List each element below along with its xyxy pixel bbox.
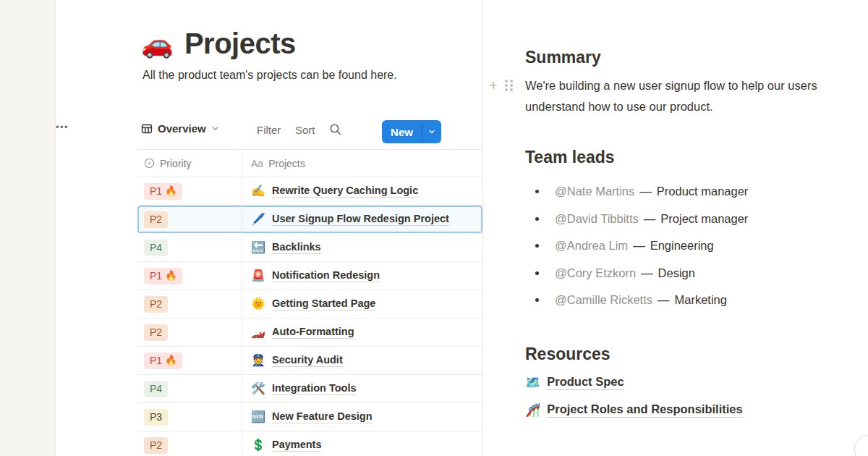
- column-header-priority-label: Priority: [160, 158, 192, 169]
- project-page-link[interactable]: Security Audit: [272, 354, 343, 367]
- fire-emoji: 🔥: [165, 184, 176, 198]
- priority-cell[interactable]: P3: [137, 403, 242, 431]
- priority-badge: P1 🔥: [144, 268, 182, 284]
- resource-link[interactable]: 🎢 Project Roles and Responsibilities: [525, 402, 743, 418]
- priority-cell[interactable]: P2: [137, 290, 242, 318]
- app-sidebar[interactable]: [0, 0, 56, 456]
- page-title[interactable]: 🚗 Projects: [141, 28, 296, 60]
- title-property-icon: Aa: [251, 158, 263, 169]
- team-leads-list: @Nate Martins — Product manager @David T…: [525, 178, 748, 314]
- priority-cell[interactable]: P1 🔥: [137, 347, 242, 374]
- new-button-dropdown[interactable]: [422, 120, 441, 143]
- sort-button[interactable]: Sort: [295, 124, 315, 136]
- project-cell[interactable]: 🖊️ User Signup Flow Redesign Project: [242, 206, 482, 233]
- table-row[interactable]: P3 🆕 New Feature Design: [137, 403, 482, 431]
- project-cell[interactable]: 🛠️ Integration Tools: [242, 375, 482, 402]
- priority-cell[interactable]: P4: [137, 375, 242, 402]
- person-mention[interactable]: @Andrea Lim: [555, 239, 628, 253]
- chevron-down-icon: [211, 124, 219, 132]
- summary-paragraph: We're building a new user signup flow to…: [525, 75, 868, 117]
- project-page-link[interactable]: Backlinks: [272, 241, 321, 254]
- person-mention[interactable]: @Camille Ricketts: [555, 293, 652, 307]
- project-page-icon: 👮: [251, 355, 265, 366]
- priority-cell[interactable]: P2: [137, 206, 242, 233]
- person-mention[interactable]: @Cory Etzkorn: [555, 266, 636, 280]
- project-page-link[interactable]: Integration Tools: [272, 382, 357, 395]
- priority-badge: P3: [144, 409, 168, 426]
- fire-emoji: 🔥: [165, 353, 176, 368]
- table-row[interactable]: P2 💲 Payments: [137, 431, 482, 456]
- resource-page-link[interactable]: Project Roles and Responsibilities: [547, 402, 743, 418]
- resource-page-link[interactable]: Product Spec: [547, 375, 624, 390]
- priority-cell[interactable]: P2: [137, 318, 242, 346]
- drag-handle-icon[interactable]: [505, 80, 513, 91]
- resources-heading: Resources: [525, 345, 610, 364]
- table-row[interactable]: P4 🔙 Backlinks: [137, 234, 482, 262]
- project-page-link[interactable]: Payments: [272, 439, 322, 452]
- view-tab-label: Overview: [158, 122, 206, 135]
- more-options-button[interactable]: •••: [56, 122, 69, 132]
- filter-button[interactable]: Filter: [257, 124, 281, 136]
- project-cell[interactable]: 🆕 New Feature Design: [242, 403, 482, 431]
- project-page-icon: 🖊️: [251, 214, 265, 225]
- priority-cell[interactable]: P2: [137, 431, 242, 456]
- project-page-link[interactable]: Rewrite Query Caching Logic: [272, 185, 418, 198]
- priority-cell[interactable]: P1 🔥: [137, 262, 242, 290]
- view-tab-overview[interactable]: Overview: [141, 122, 219, 135]
- page-title-text[interactable]: Projects: [184, 28, 296, 60]
- table-row[interactable]: P2 🌞 Getting Started Page: [137, 290, 482, 318]
- bullet-dot: [535, 244, 539, 248]
- table-row[interactable]: P2 🏎️ Auto-Formatting: [137, 318, 482, 347]
- project-cell[interactable]: ✍️ Rewrite Query Caching Logic: [242, 177, 482, 205]
- bullet-dot: [535, 217, 539, 221]
- table-body: P1 🔥 ✍️ Rewrite Query Caching Logic P2 🖊…: [137, 177, 482, 456]
- priority-badge: P2: [144, 437, 168, 454]
- bullet-dot: [535, 271, 539, 275]
- priority-cell[interactable]: P1 🔥: [137, 177, 242, 205]
- table-row[interactable]: P4 🛠️ Integration Tools: [137, 375, 482, 403]
- priority-cell[interactable]: P4: [137, 234, 242, 261]
- table-row[interactable]: P1 🔥 🚨 Notification Redesign: [137, 262, 482, 290]
- project-page-icon: 🆕: [251, 411, 265, 423]
- block-controls: +: [489, 78, 513, 93]
- project-cell[interactable]: 👮 Security Audit: [242, 347, 482, 374]
- search-icon[interactable]: [329, 123, 342, 136]
- project-cell[interactable]: 🌞 Getting Started Page: [242, 290, 482, 318]
- person-mention[interactable]: @Nate Martins: [555, 185, 634, 198]
- resource-link[interactable]: 🗺️ Product Spec: [525, 375, 624, 390]
- table-row[interactable]: P1 🔥 👮 Security Audit: [137, 347, 482, 375]
- priority-badge: P4: [144, 240, 168, 256]
- project-cell[interactable]: 💲 Payments: [242, 431, 482, 456]
- page-icon-car-emoji[interactable]: 🚗: [141, 31, 174, 57]
- team-leads-heading: Team leads: [525, 148, 615, 167]
- column-header-projects-label: Projects: [268, 158, 305, 169]
- project-page-icon: 🛠️: [251, 383, 265, 394]
- project-page-link[interactable]: User Signup Flow Redesign Project: [272, 213, 449, 226]
- project-page-link[interactable]: Notification Redesign: [272, 269, 380, 282]
- column-header-priority[interactable]: Priority: [137, 150, 242, 177]
- table-row[interactable]: P2 🖊️ User Signup Flow Redesign Project: [137, 206, 482, 234]
- page-description[interactable]: All the product team's projects can be f…: [142, 67, 400, 84]
- project-page-link[interactable]: New Feature Design: [272, 410, 373, 423]
- select-property-icon: [144, 158, 155, 169]
- project-cell[interactable]: 🏎️ Auto-Formatting: [242, 318, 482, 346]
- project-cell[interactable]: 🔙 Backlinks: [242, 234, 482, 261]
- priority-badge: P2: [144, 324, 168, 341]
- person-role: Project manager: [660, 212, 748, 226]
- table-row[interactable]: P1 🔥 ✍️ Rewrite Query Caching Logic: [137, 177, 482, 206]
- dash-separator: —: [658, 293, 670, 307]
- new-button-group: New: [382, 120, 441, 143]
- priority-badge: P2: [144, 211, 168, 228]
- table-header-row: Priority Aa Projects: [137, 149, 482, 177]
- add-block-icon[interactable]: +: [489, 78, 498, 93]
- summary-heading: Summary: [525, 48, 601, 67]
- person-mention[interactable]: @David Tibbitts: [555, 212, 639, 226]
- project-page-link[interactable]: Getting Started Page: [272, 297, 375, 311]
- project-cell[interactable]: 🚨 Notification Redesign: [242, 262, 482, 290]
- project-page-icon: 🏎️: [251, 326, 265, 338]
- column-header-projects[interactable]: Aa Projects: [242, 150, 482, 177]
- dash-separator: —: [633, 239, 645, 253]
- bullet-dot: [535, 190, 539, 193]
- project-page-link[interactable]: Auto-Formatting: [272, 326, 354, 339]
- new-button[interactable]: New: [382, 120, 422, 143]
